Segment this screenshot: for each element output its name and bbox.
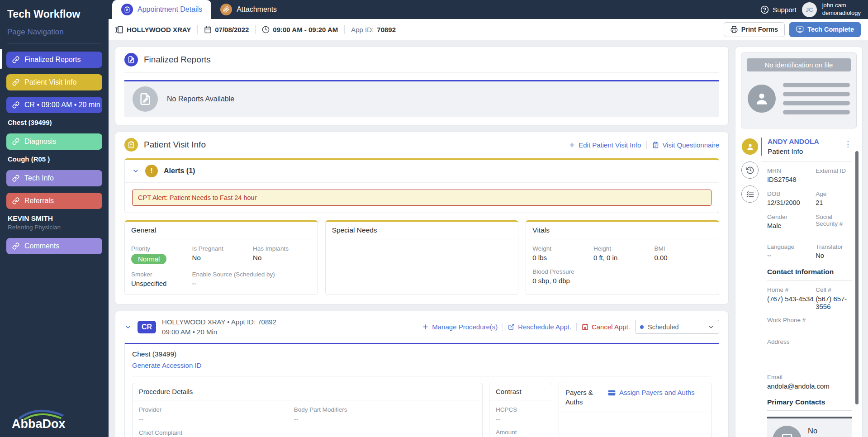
procedure-details-body: Provider -- Body Part Modifiers -- Chief…	[133, 400, 482, 437]
referring-physician-name: KEVIN SMITH	[8, 214, 109, 223]
left-column: Finalized Reports No Reports Available	[115, 47, 729, 437]
history-icon[interactable]	[741, 162, 759, 179]
user-identity: john cam demoradiology	[822, 2, 861, 17]
field-label: BMI	[654, 245, 712, 252]
alerts-section: ! Alerts (1) CPT Alert: Patient Needs to…	[124, 158, 719, 213]
sidebar-item-comments[interactable]: Comments	[6, 238, 102, 254]
avatar-initials: JC	[806, 6, 813, 13]
patient-icon[interactable]	[742, 138, 758, 155]
sidebar-item-referrals[interactable]: Referrals	[6, 193, 102, 209]
no-contacts-text: No contacts added	[808, 426, 847, 437]
link-icon	[12, 101, 19, 109]
field-amount: Amount	[496, 429, 545, 436]
facility-name: HOLLYWOOD XRAY	[127, 26, 191, 33]
cancel-label: Cancel Appt.	[592, 323, 630, 331]
field-label: Weight	[532, 245, 591, 252]
tab-attachments[interactable]: Attachments	[211, 0, 286, 19]
appointment-status-select[interactable]: Scheduled	[635, 320, 719, 334]
cancel-calendar-icon	[582, 323, 588, 330]
tab-label: Attachments	[237, 5, 277, 14]
patient-fields: MRN IDS27548 External ID DOB 12/31/2000	[761, 167, 852, 260]
assign-payers-label: Assign Payers and Auths	[619, 388, 695, 398]
status-dot	[640, 325, 644, 329]
field-cell-phone: Cell # (567) 657-3556	[816, 286, 852, 310]
sidebar-item-label: Diagnosis	[24, 138, 56, 146]
field-height: Height 0 ft, 0 in	[593, 245, 652, 261]
manage-procedures-link[interactable]: Manage Procedure(s)	[422, 323, 498, 331]
appointment-actions: Manage Procedure(s) Reschedule Appt. Can…	[422, 320, 719, 334]
patient-visit-info-card: Patient Visit Info Edit Patient Visit In…	[115, 132, 729, 304]
chevron-down-icon	[132, 167, 139, 175]
field-external-id: External ID	[816, 167, 852, 184]
panel-scrollbar[interactable]	[855, 151, 859, 404]
general-title: General	[125, 222, 318, 239]
chevron-down-icon[interactable]	[124, 323, 132, 331]
kebab-menu-icon[interactable]: ⋮	[844, 138, 852, 156]
contact-book-icon	[773, 426, 802, 437]
modality-badge: CR	[138, 321, 156, 333]
field-body-part-modifiers: Body Part Modifiers --	[294, 406, 476, 423]
checklist-icon[interactable]	[741, 185, 759, 203]
questionnaire-link-label: Visit Questionnaire	[662, 141, 719, 149]
procedure-details-card: Procedure Details Provider -- Body Part …	[132, 383, 483, 437]
field-label: Enable Source (Scheduled by)	[192, 271, 311, 278]
field-label: Home #	[767, 286, 816, 293]
user-avatar[interactable]: JC	[802, 2, 817, 17]
field-label: External ID	[816, 167, 852, 174]
patient-visit-info-header: Patient Visit Info Edit Patient Visit In…	[115, 132, 728, 157]
finalized-reports-header: Finalized Reports	[115, 47, 728, 72]
payers-auths-body	[559, 412, 711, 437]
field-provider: Provider --	[139, 406, 294, 423]
patient-info-section: ANDY ANDOLA Patient Info ⋮ MRN IDS27548	[735, 134, 862, 437]
vitals-card: Vitals Weight 0 lbs Height 0 ft, 0 in	[526, 220, 719, 295]
field-value: (567) 657-3556	[816, 295, 852, 310]
procedure-cards-row: Procedure Details Provider -- Body Part …	[132, 383, 711, 437]
vitals-title: Vitals	[526, 222, 719, 239]
sidebar-item-finalized-reports[interactable]: Finalized Reports	[6, 52, 102, 68]
main-column: Appointment Details Attachments Support …	[109, 0, 868, 437]
field-value: Unspecified	[131, 280, 190, 287]
tech-complete-button[interactable]: Tech Complete	[789, 22, 861, 37]
field-value: 21	[816, 199, 852, 207]
app-title: Tech Workflow	[0, 0, 109, 22]
sidebar-item-label: Tech Info	[24, 174, 54, 182]
field-language: Language --	[767, 243, 816, 260]
visit-info-icon	[124, 138, 138, 152]
skeleton-bar	[783, 110, 850, 114]
support-link[interactable]: Support	[760, 5, 797, 14]
generate-accession-link[interactable]: Generate Accession ID	[132, 361, 201, 369]
field-value: 0.00	[654, 254, 712, 261]
procedure-section: Chest (39499) Generate Accession ID Proc…	[124, 343, 719, 437]
edit-link-label: Edit Patient Visit Info	[579, 141, 641, 149]
sidebar-item-diagnosis[interactable]: Diagnosis	[6, 133, 102, 150]
field-value: 0 lbs	[532, 254, 591, 261]
field-label: Gender	[767, 214, 816, 220]
separator	[576, 323, 577, 331]
sidebar-item-patient-visit-info[interactable]: Patient Visit Info	[6, 74, 102, 90]
sidebar-item-label: Referrals	[24, 197, 54, 205]
calendar-icon	[204, 26, 212, 33]
assign-payers-link[interactable]: Assign Payers and Auths	[608, 388, 695, 408]
payers-auths-title: Payers & Auths	[565, 388, 603, 408]
procedure-details-title: Procedure Details	[133, 383, 482, 400]
sidebar-referring-physician: KEVIN SMITH Referring Physician	[8, 214, 109, 231]
cancel-appt-link[interactable]: Cancel Appt.	[582, 323, 630, 331]
print-forms-button[interactable]: Print Forms	[724, 22, 785, 37]
sidebar-item-tech-info[interactable]: Tech Info	[6, 170, 102, 186]
alerts-header[interactable]: ! Alerts (1)	[125, 160, 719, 182]
field-label: Language	[767, 243, 816, 250]
alert-exclamation-icon: !	[145, 165, 158, 177]
reschedule-appt-link[interactable]: Reschedule Appt.	[508, 323, 571, 331]
patient-name-link[interactable]: ANDY ANDOLA	[768, 138, 819, 146]
edit-patient-visit-info-link[interactable]: Edit Patient Visit Info	[569, 141, 641, 149]
procedure-name: Chest (39499)	[132, 350, 711, 358]
payers-auths-card: Payers & Auths Assign Payers and Auths	[559, 383, 711, 437]
sidebar-item-label: Finalized Reports	[24, 56, 81, 64]
visit-questionnaire-link[interactable]: Visit Questionnaire	[652, 141, 719, 149]
sidebar-item-cr-appointment[interactable]: CR • 09:00 AM • 20 min	[6, 97, 102, 113]
tab-appointment-details[interactable]: Appointment Details	[112, 0, 211, 19]
field-label: Blood Pressure	[532, 268, 651, 275]
user-name: john cam	[822, 2, 861, 10]
general-card: General Priority Normal Is Pregnant No	[124, 220, 318, 295]
field-dob: DOB 12/31/2000	[767, 190, 816, 207]
